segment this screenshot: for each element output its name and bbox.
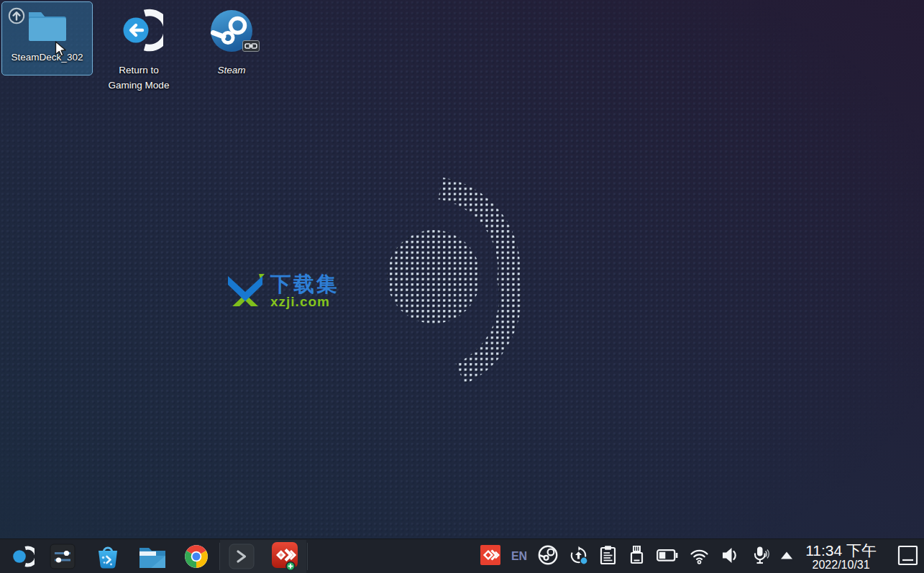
tray-removable-device-icon[interactable] (628, 545, 646, 568)
mouse-cursor (55, 41, 68, 61)
link-emblem-icon (242, 40, 260, 55)
desktop-icon-label: SteamDeck_302 (12, 50, 83, 65)
task-separator (307, 543, 308, 570)
watermark-title: 下载集 (270, 274, 339, 294)
desktop-icon-label: Steam (217, 63, 245, 78)
steamdeck-logo-icon (10, 544, 35, 569)
tray-steam-icon[interactable] (538, 545, 558, 568)
tray-remote-assist-icon[interactable] (480, 545, 500, 568)
tray-microphone-icon[interactable] (751, 546, 769, 568)
keyboard-layout-indicator[interactable]: EN (511, 550, 527, 563)
tray-volume-icon[interactable] (721, 546, 741, 567)
tray-wifi-icon[interactable] (689, 546, 710, 567)
tray-battery-icon[interactable] (657, 549, 678, 565)
system-tray: EN (480, 539, 918, 573)
sliders-icon (50, 544, 76, 569)
tray-clipboard-icon[interactable] (599, 545, 617, 568)
clock-date: 2022/10/31 (813, 559, 870, 571)
desktop-icon-label-line1: Return to (119, 63, 159, 78)
google-chrome-button[interactable] (183, 543, 210, 570)
task-remote-assist-app[interactable] (263, 540, 306, 573)
shopping-bag-icon (94, 543, 122, 570)
red-diamond-arrows-icon (271, 541, 298, 572)
terminal-icon (229, 544, 255, 569)
chrome-icon (183, 543, 210, 570)
watermark-subtitle: xzji.com (270, 295, 339, 308)
task-konsole[interactable] (220, 540, 263, 573)
xzji-logo-icon (227, 274, 265, 310)
clock-time: 11:34 下午 (805, 543, 877, 558)
expand-tray-arrow[interactable] (780, 550, 793, 563)
desktop-icon-return-to-gaming-mode[interactable]: Return to Gaming Mode (96, 2, 182, 91)
return-to-gaming-mode-icon (114, 6, 163, 58)
steam-icon (209, 9, 254, 56)
up-arrow-emblem-icon (8, 7, 25, 27)
discover-button[interactable] (94, 543, 122, 570)
dolphin-file-manager-button[interactable] (138, 544, 167, 569)
xzji-watermark: 下载集 xzji.com (227, 274, 339, 310)
taskbar-panel: EN (0, 538, 924, 573)
application-launcher-button[interactable] (10, 544, 35, 569)
desktop-icon-label-line2: Gaming Mode (109, 78, 170, 93)
desktop-icon-steam[interactable]: Steam (188, 2, 275, 75)
digital-clock[interactable]: 11:34 下午 2022/10/31 (805, 543, 877, 571)
folder-icon (27, 8, 68, 45)
folder-icon (138, 544, 167, 569)
system-settings-button[interactable] (50, 544, 76, 569)
tray-updates-icon[interactable] (569, 546, 588, 568)
show-desktop-button[interactable] (897, 545, 918, 569)
desktop-icon-steamdeck-folder[interactable]: SteamDeck_302 (2, 2, 92, 75)
